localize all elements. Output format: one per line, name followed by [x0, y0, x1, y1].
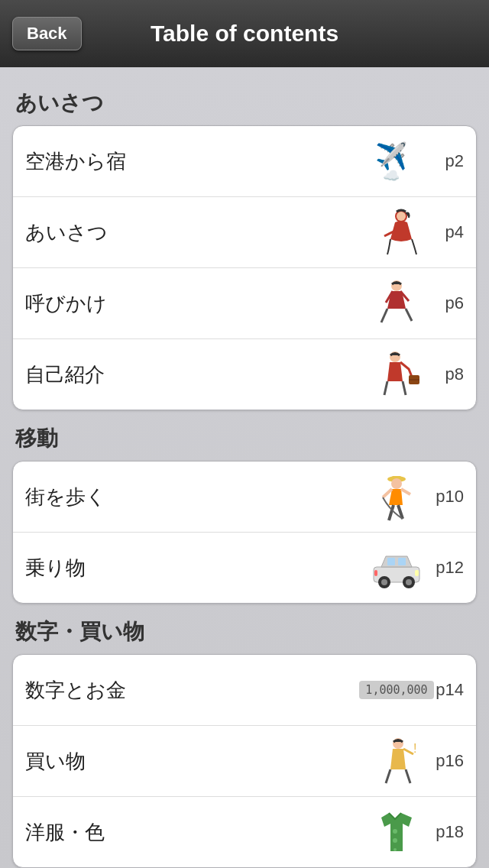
item-illustration-item-7: 1,000,000	[366, 664, 427, 716]
svg-rect-12	[387, 558, 395, 565]
section-header-kaimono: 数字・買い物	[15, 617, 474, 646]
item-label-item-6: 乗り物	[25, 555, 366, 581]
list-item-item-3[interactable]: 呼びかけ p6	[13, 268, 476, 339]
list-item-item-1[interactable]: 空港から宿 ✈️ ☁️ p2	[13, 126, 476, 197]
section-card-ido: 街を歩く p10乗り物	[12, 461, 477, 604]
main-content: あいさつ空港から宿 ✈️ ☁️ p2あいさつ p4呼びかけ	[0, 67, 489, 868]
item-illustration-item-6	[366, 542, 427, 594]
item-illustration-item-4	[366, 348, 427, 400]
svg-point-23	[393, 838, 397, 843]
nav-bar: Back Table of contents	[0, 0, 489, 67]
item-page-item-6: p12	[430, 558, 464, 578]
item-illustration-item-1: ✈️ ☁️	[366, 135, 427, 187]
item-label-item-3: 呼びかけ	[25, 290, 366, 317]
item-label-item-2: あいさつ	[25, 219, 366, 246]
list-item-item-6[interactable]: 乗り物 p12	[13, 533, 476, 603]
list-item-item-8[interactable]: 買い物 ! p16	[13, 726, 476, 797]
svg-rect-19	[374, 570, 377, 576]
svg-text:☁️: ☁️	[383, 167, 400, 184]
item-page-item-3: p6	[430, 293, 464, 313]
item-page-item-5: p10	[430, 487, 464, 507]
svg-point-17	[406, 579, 412, 585]
item-page-item-7: p14	[430, 680, 464, 700]
item-page-item-2: p4	[430, 222, 464, 242]
svg-point-22	[393, 829, 397, 834]
item-label-item-4: 自己紹介	[25, 361, 366, 388]
section-header-ido: 移動	[15, 424, 474, 453]
item-label-item-8: 買い物	[25, 748, 366, 775]
item-illustration-item-5	[366, 471, 427, 523]
svg-text:!: !	[413, 742, 416, 755]
section-card-aisatsu: 空港から宿 ✈️ ☁️ p2あいさつ p4呼びかけ	[12, 125, 477, 410]
item-illustration-item-3	[366, 277, 427, 329]
svg-rect-18	[415, 570, 419, 576]
section-header-aisatsu: あいさつ	[15, 89, 474, 118]
list-item-item-9[interactable]: 洋服・色 p18	[13, 797, 476, 867]
back-button[interactable]: Back	[12, 17, 82, 50]
item-label-item-7: 数字とお金	[25, 677, 366, 704]
item-label-item-5: 街を歩く	[25, 484, 366, 510]
item-page-item-1: p2	[430, 151, 464, 171]
nav-title: Table of contents	[151, 21, 338, 47]
item-page-item-4: p8	[430, 364, 464, 384]
item-page-item-8: p16	[430, 751, 464, 771]
svg-point-10	[391, 478, 402, 489]
svg-point-24	[393, 848, 397, 851]
item-illustration-item-2	[366, 206, 427, 258]
item-label-item-9: 洋服・色	[25, 819, 366, 846]
svg-point-3	[397, 212, 406, 221]
svg-point-15	[381, 579, 387, 585]
item-illustration-item-9	[366, 806, 427, 858]
list-item-item-5[interactable]: 街を歩く p10	[13, 462, 476, 533]
item-illustration-item-8: !	[366, 735, 427, 787]
svg-text:✈️: ✈️	[375, 141, 408, 172]
item-page-item-9: p18	[430, 822, 464, 842]
item-label-item-1: 空港から宿	[25, 148, 366, 175]
list-item-item-4[interactable]: 自己紹介 p8	[13, 339, 476, 410]
section-card-kaimono: 数字とお金1,000,000p14買い物 ! p16洋服・色	[12, 654, 477, 868]
list-item-item-2[interactable]: あいさつ p4	[13, 197, 476, 268]
svg-rect-13	[398, 558, 406, 565]
list-item-item-7[interactable]: 数字とお金1,000,000p14	[13, 655, 476, 726]
